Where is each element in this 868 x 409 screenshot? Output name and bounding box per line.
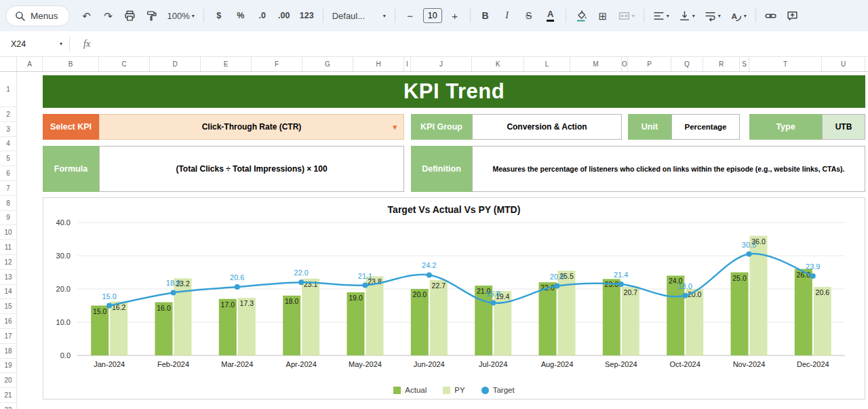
- font-select[interactable]: Defaul... ▾: [330, 6, 389, 25]
- column-header-Q[interactable]: Q: [671, 57, 703, 71]
- column-header-H[interactable]: H: [353, 57, 404, 71]
- vertical-align-button[interactable]: ▾: [676, 6, 698, 25]
- type-value: UTB: [822, 114, 865, 140]
- italic-icon: I: [505, 10, 509, 21]
- svg-text:20.0: 20.0: [413, 290, 427, 298]
- borders-button[interactable]: ⊞: [594, 6, 612, 25]
- bold-button[interactable]: B: [477, 6, 494, 25]
- insert-link-button[interactable]: [762, 6, 780, 25]
- formula-bar-divider: [69, 37, 70, 52]
- fill-color-button[interactable]: [572, 6, 590, 25]
- column-header-U[interactable]: U: [822, 57, 865, 71]
- row-header-4[interactable]: 4: [0, 137, 16, 152]
- column-header-I[interactable]: I: [404, 57, 411, 71]
- text-color-icon: A: [547, 9, 554, 22]
- kpi-dropdown[interactable]: Click-Through Rate (CTR) ▾: [99, 114, 404, 140]
- row-header-14[interactable]: 14: [0, 285, 16, 300]
- fx-icon: fx: [83, 39, 90, 50]
- chevron-down-icon: ▾: [744, 13, 747, 19]
- column-header-C[interactable]: C: [99, 57, 150, 71]
- column-header-F[interactable]: F: [252, 57, 302, 71]
- toolbar-divider: [566, 9, 566, 22]
- percent-format-button[interactable]: %: [232, 6, 250, 25]
- column-header-R[interactable]: R: [703, 57, 740, 71]
- print-button[interactable]: [121, 6, 139, 25]
- horizontal-align-button[interactable]: ▾: [650, 6, 672, 25]
- zoom-select[interactable]: 100% ▾: [165, 6, 197, 25]
- chevron-down-icon: ▾: [667, 13, 669, 19]
- decrease-decimal-button[interactable]: .0: [254, 6, 271, 25]
- column-header-B[interactable]: B: [43, 57, 99, 71]
- row-header-5[interactable]: 5: [0, 151, 16, 166]
- row-header-12[interactable]: 12: [0, 255, 16, 270]
- column-header-P[interactable]: P: [628, 57, 671, 71]
- undo-button[interactable]: ↶: [78, 6, 96, 25]
- select-all-corner[interactable]: [0, 57, 17, 71]
- row-header-17[interactable]: 17: [0, 329, 16, 344]
- text-wrap-icon: [705, 10, 716, 22]
- svg-text:16.0: 16.0: [157, 304, 171, 312]
- strikethrough-button[interactable]: S: [520, 6, 538, 25]
- row-header-19[interactable]: 19: [0, 359, 16, 374]
- row-header-9[interactable]: 9: [0, 211, 16, 226]
- menus-button[interactable]: Menus: [5, 5, 70, 26]
- row-header-16[interactable]: 16: [0, 314, 16, 329]
- column-headers: ABCDEFGHIJKLMOPQRSTU: [0, 57, 868, 72]
- minus-icon: −: [407, 11, 413, 21]
- row-header-2[interactable]: 2: [0, 107, 16, 122]
- add-comment-button[interactable]: [784, 6, 802, 25]
- more-formats-icon: 123: [300, 11, 314, 20]
- chevron-down-icon: ▾: [60, 41, 62, 47]
- row-header-7[interactable]: 7: [0, 181, 16, 196]
- borders-icon: ⊞: [598, 11, 607, 21]
- link-icon: [765, 10, 776, 22]
- row-header-22[interactable]: 22: [0, 403, 16, 409]
- text-rotation-button[interactable]: A ▾: [728, 6, 749, 25]
- toolbar-divider: [644, 9, 644, 22]
- row-header-21[interactable]: 21: [0, 388, 16, 403]
- row-header-6[interactable]: 6: [0, 166, 16, 181]
- column-header-E[interactable]: E: [201, 57, 252, 71]
- svg-text:40.0: 40.0: [56, 218, 71, 227]
- row-header-13[interactable]: 13: [0, 270, 16, 285]
- decrease-font-size-button[interactable]: −: [401, 6, 419, 25]
- name-box[interactable]: X24 ▾: [0, 39, 69, 49]
- row-header-15[interactable]: 15: [0, 299, 16, 314]
- column-header-K[interactable]: K: [472, 57, 524, 71]
- fill-color-icon: [575, 10, 587, 22]
- row-header-18[interactable]: 18: [0, 344, 16, 359]
- column-header-A[interactable]: A: [17, 57, 43, 71]
- row-header-10[interactable]: 10: [0, 225, 16, 240]
- paint-format-button[interactable]: [143, 6, 161, 25]
- column-header-G[interactable]: G: [302, 57, 353, 71]
- svg-text:20.6: 20.6: [816, 288, 830, 296]
- svg-text:15.0: 15.0: [93, 307, 107, 315]
- increase-decimal-button[interactable]: .00: [275, 6, 293, 25]
- sheet-canvas[interactable]: KPI Trend Select KPI Click-Through Rate …: [17, 72, 868, 409]
- currency-format-button[interactable]: $: [210, 6, 228, 25]
- svg-text:21.1: 21.1: [358, 272, 372, 280]
- row-header-8[interactable]: 8: [0, 196, 16, 211]
- increase-font-size-button[interactable]: +: [446, 6, 464, 25]
- toolbar-divider: [755, 9, 756, 22]
- italic-button[interactable]: I: [498, 6, 516, 25]
- row-header-3[interactable]: 3: [0, 122, 16, 137]
- row-header-11[interactable]: 11: [0, 240, 16, 255]
- more-formats-button[interactable]: 123: [297, 6, 317, 25]
- column-header-T[interactable]: T: [749, 57, 822, 71]
- chart-plot: 0.010.020.030.040.015.016.2Jan-202416.02…: [45, 214, 865, 376]
- column-header-L[interactable]: L: [524, 57, 570, 71]
- column-header-J[interactable]: J: [411, 57, 472, 71]
- row-header-1[interactable]: 1: [0, 72, 16, 107]
- text-wrap-button[interactable]: ▾: [702, 6, 724, 25]
- row-header-20[interactable]: 20: [0, 373, 16, 388]
- text-color-button[interactable]: A: [542, 6, 559, 25]
- font-size-input[interactable]: 10: [423, 8, 442, 23]
- column-header-M[interactable]: M: [570, 57, 622, 71]
- svg-text:18.9: 18.9: [166, 279, 180, 287]
- column-header-O[interactable]: O: [622, 57, 628, 71]
- column-header-D[interactable]: D: [150, 57, 201, 71]
- merge-cells-button[interactable]: ▾: [616, 6, 637, 25]
- column-header-S[interactable]: S: [740, 57, 749, 71]
- redo-button[interactable]: ↷: [100, 6, 117, 25]
